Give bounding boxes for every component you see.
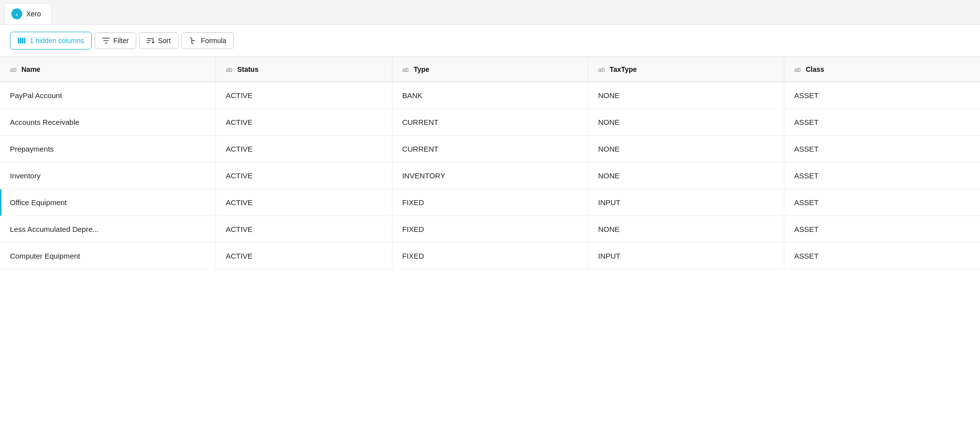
svg-rect-2	[18, 38, 19, 44]
cell-class: ASSET	[784, 82, 980, 109]
data-table: ab Name ab Status ab Type ab TaxType ab	[0, 57, 980, 270]
cell-type: CURRENT	[392, 109, 588, 136]
cell-status: ACTIVE	[216, 189, 392, 216]
cell-type: BANK	[392, 82, 588, 109]
sort-button[interactable]: Sort	[139, 32, 178, 49]
col-label-class: Class	[806, 65, 824, 73]
cell-taxtype: INPUT	[588, 189, 784, 216]
table-row[interactable]: Computer EquipmentACTIVEFIXEDINPUTASSET	[0, 243, 980, 270]
formula-button[interactable]: Formula	[181, 32, 234, 49]
cell-type: FIXED	[392, 216, 588, 243]
tab-bar: x Xero	[0, 0, 980, 25]
col-label-name: Name	[21, 65, 40, 73]
svg-rect-5	[24, 38, 25, 44]
svg-text:x: x	[16, 13, 18, 16]
svg-rect-4	[22, 38, 23, 44]
cell-name: Less Accumulated Depre...	[0, 216, 216, 243]
cell-taxtype: NONE	[588, 136, 784, 163]
cell-name: Accounts Receivable	[0, 109, 216, 136]
cell-class: ASSET	[784, 163, 980, 189]
table-row[interactable]: Office EquipmentACTIVEFIXEDINPUTASSET	[0, 189, 980, 216]
cell-type: INVENTORY	[392, 163, 588, 189]
col-header-taxtype[interactable]: ab TaxType	[588, 57, 784, 82]
table-row[interactable]: PrepaymentsACTIVECURRENTNONEASSET	[0, 136, 980, 163]
cell-name: Prepayments	[0, 136, 216, 163]
cell-type: FIXED	[392, 243, 588, 270]
cell-status: ACTIVE	[216, 243, 392, 270]
col-label-type: Type	[414, 65, 430, 73]
hidden-columns-label: 1 hidden columns	[30, 37, 84, 45]
cell-status: ACTIVE	[216, 82, 392, 109]
cell-taxtype: NONE	[588, 216, 784, 243]
cell-name: Computer Equipment	[0, 243, 216, 270]
col-type-icon-type: ab	[402, 66, 409, 73]
cell-name: Office Equipment	[0, 189, 216, 216]
col-label-taxtype: TaxType	[610, 65, 637, 73]
cell-status: ACTIVE	[216, 216, 392, 243]
cell-taxtype: INPUT	[588, 243, 784, 270]
sort-icon	[147, 37, 155, 45]
cell-taxtype: NONE	[588, 109, 784, 136]
cell-class: ASSET	[784, 216, 980, 243]
col-header-type[interactable]: ab Type	[392, 57, 588, 82]
col-type-icon-taxtype: ab	[598, 66, 604, 73]
col-header-name[interactable]: ab Name	[0, 57, 216, 82]
col-header-class[interactable]: ab Class	[784, 57, 980, 82]
formula-label: Formula	[201, 37, 226, 45]
cell-status: ACTIVE	[216, 136, 392, 163]
cell-taxtype: NONE	[588, 163, 784, 189]
col-type-icon-class: ab	[794, 66, 801, 73]
filter-button[interactable]: Filter	[95, 32, 136, 49]
sort-label: Sort	[158, 37, 171, 45]
svg-rect-3	[20, 38, 21, 44]
xero-tab[interactable]: x Xero	[4, 3, 52, 24]
filter-label: Filter	[113, 37, 129, 45]
table-header-row: ab Name ab Status ab Type ab TaxType ab	[0, 57, 980, 82]
filter-icon	[102, 37, 110, 45]
tab-label: Xero	[26, 10, 41, 18]
col-header-status[interactable]: ab Status	[216, 57, 392, 82]
col-label-status: Status	[237, 65, 259, 73]
data-table-wrap: ab Name ab Status ab Type ab TaxType ab	[0, 57, 980, 270]
cell-name: PayPal Account	[0, 82, 216, 109]
cell-type: CURRENT	[392, 136, 588, 163]
cell-type: FIXED	[392, 189, 588, 216]
toolbar: 1 hidden columns Filter Sort Formula	[0, 25, 980, 57]
hidden-columns-icon	[17, 36, 26, 45]
table-row[interactable]: Accounts ReceivableACTIVECURRENTNONEASSE…	[0, 109, 980, 136]
cell-class: ASSET	[784, 109, 980, 136]
cell-status: ACTIVE	[216, 109, 392, 136]
cell-status: ACTIVE	[216, 163, 392, 189]
xero-logo: x	[11, 8, 22, 19]
table-row[interactable]: PayPal AccountACTIVEBANKNONEASSET	[0, 82, 980, 109]
table-row[interactable]: Less Accumulated Depre...ACTIVEFIXEDNONE…	[0, 216, 980, 243]
cell-class: ASSET	[784, 189, 980, 216]
hidden-columns-button[interactable]: 1 hidden columns	[10, 32, 92, 50]
col-type-icon-status: ab	[226, 66, 232, 73]
table-row[interactable]: InventoryACTIVEINVENTORYNONEASSET	[0, 163, 980, 189]
formula-icon	[189, 37, 198, 45]
cell-name: Inventory	[0, 163, 216, 189]
cell-class: ASSET	[784, 243, 980, 270]
cell-taxtype: NONE	[588, 82, 784, 109]
cell-class: ASSET	[784, 136, 980, 163]
col-type-icon-name: ab	[10, 66, 16, 73]
